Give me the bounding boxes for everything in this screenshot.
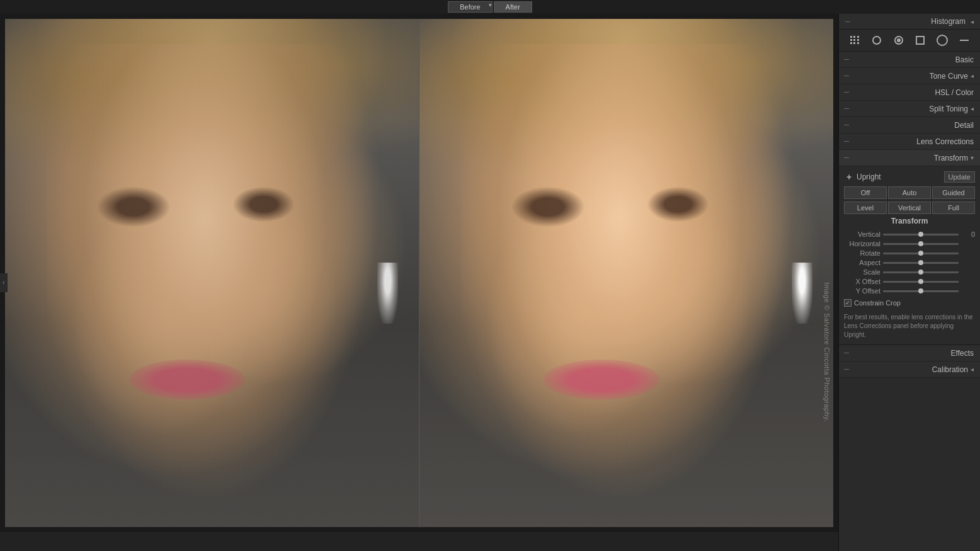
lips-after bbox=[544, 360, 659, 400]
vertical-button[interactable]: Vertical bbox=[888, 202, 931, 214]
constrain-crop-checkbox[interactable]: ✓ bbox=[844, 299, 852, 307]
rotate-slider-track[interactable] bbox=[883, 253, 959, 254]
basic-label: Basic bbox=[849, 55, 974, 64]
upright-plus-icon[interactable]: + bbox=[844, 172, 854, 182]
earring-before bbox=[377, 263, 398, 324]
horizontal-slider-row: Horizontal bbox=[844, 240, 975, 247]
y-offset-slider-thumb[interactable] bbox=[918, 288, 923, 293]
photo-area: ‹ bbox=[0, 14, 838, 551]
face-before bbox=[47, 44, 378, 501]
rotate-slider-label: Rotate bbox=[844, 249, 880, 257]
rotate-slider-thumb[interactable] bbox=[918, 251, 923, 256]
scale-slider-track[interactable] bbox=[883, 271, 959, 273]
lens-corrections-collapse bbox=[844, 141, 849, 142]
y-offset-slider-label: Y Offset bbox=[844, 287, 880, 295]
before-photo-bg bbox=[5, 19, 419, 527]
tone-curve-section[interactable]: Tone Curve ◂ bbox=[839, 68, 980, 84]
off-button[interactable]: Off bbox=[844, 186, 887, 199]
update-button[interactable]: Update bbox=[944, 171, 975, 183]
y-offset-slider-row: Y Offset bbox=[844, 287, 975, 295]
large-circle-tool-icon[interactable] bbox=[935, 33, 949, 47]
x-offset-slider-thumb[interactable] bbox=[918, 279, 923, 284]
scale-slider-thumb[interactable] bbox=[918, 270, 923, 275]
scale-slider-label: Scale bbox=[844, 268, 880, 276]
eye-left-before bbox=[96, 186, 171, 227]
auto-button[interactable]: Auto bbox=[888, 186, 931, 199]
lips-before bbox=[129, 360, 245, 400]
before-panel bbox=[5, 19, 419, 527]
horizontal-slider-thumb[interactable] bbox=[918, 241, 923, 246]
full-button[interactable]: Full bbox=[932, 202, 975, 214]
tool-icons-row bbox=[839, 30, 980, 52]
before-image bbox=[5, 19, 419, 527]
transform-section: Transform ▾ + Upright Update Off Auto Gu… bbox=[839, 150, 980, 345]
histogram-title: Histogram bbox=[850, 17, 971, 26]
after-tab[interactable]: After bbox=[494, 1, 532, 13]
minus-tool-icon[interactable] bbox=[957, 33, 971, 47]
tone-curve-arrow: ◂ bbox=[971, 72, 974, 79]
effects-section[interactable]: Effects bbox=[839, 345, 980, 361]
split-toning-section[interactable]: Split Toning ◂ bbox=[839, 101, 980, 117]
transform-collapse bbox=[844, 157, 849, 158]
calibration-arrow: ◂ bbox=[971, 366, 974, 373]
split-toning-collapse bbox=[844, 108, 849, 109]
guided-button[interactable]: Guided bbox=[932, 186, 975, 199]
hsl-collapse bbox=[844, 92, 849, 93]
aspect-slider-track[interactable] bbox=[883, 262, 959, 264]
transform-info-text: For best results, enable lens correction… bbox=[844, 313, 975, 339]
constrain-crop-row: ✓ Constrain Crop bbox=[844, 297, 975, 309]
upright-row: + Upright Update bbox=[844, 171, 975, 183]
split-toning-label: Split Toning bbox=[849, 105, 968, 113]
photo-bottom-bar bbox=[0, 532, 838, 551]
lens-corrections-section[interactable]: Lens Corrections bbox=[839, 133, 980, 150]
transform-header[interactable]: Transform ▾ bbox=[839, 150, 980, 166]
calibration-collapse bbox=[844, 369, 849, 370]
tone-curve-label: Tone Curve bbox=[849, 72, 968, 81]
histogram-arrow: ◂ bbox=[971, 18, 974, 25]
circle-tool-icon[interactable] bbox=[870, 33, 884, 47]
vertical-slider-row: Vertical 0 bbox=[844, 230, 975, 238]
transform-arrow: ▾ bbox=[971, 154, 974, 161]
hsl-label: HSL / Color bbox=[849, 88, 974, 97]
y-offset-slider-track[interactable] bbox=[883, 290, 959, 292]
photo-panels: Image © Salvatore Cincotta Photography. bbox=[0, 14, 838, 532]
transform-sliders-title: Transform bbox=[844, 217, 975, 225]
after-panel: Image © Salvatore Cincotta Photography. bbox=[419, 19, 833, 527]
vertical-slider-thumb[interactable] bbox=[918, 232, 923, 237]
lens-corrections-label: Lens Corrections bbox=[849, 137, 974, 146]
histogram-section: Histogram ◂ bbox=[839, 14, 980, 30]
grid-tool-icon[interactable] bbox=[848, 33, 862, 47]
left-panel-toggle[interactable]: ‹ bbox=[0, 273, 8, 292]
after-image bbox=[419, 19, 833, 527]
face-after bbox=[461, 44, 792, 501]
transform-content: + Upright Update Off Auto Guided Level V… bbox=[839, 166, 980, 344]
histogram-collapse bbox=[845, 21, 850, 22]
eye-right-before bbox=[232, 186, 295, 222]
basic-section[interactable]: Basic bbox=[839, 52, 980, 68]
main-area: ‹ bbox=[0, 14, 980, 551]
aspect-slider-thumb[interactable] bbox=[918, 260, 923, 265]
upright-btn-row-1: Off Auto Guided bbox=[844, 186, 975, 199]
histogram-header[interactable]: Histogram ◂ bbox=[839, 14, 980, 29]
earring-after bbox=[792, 263, 812, 324]
vertical-slider-value: 0 bbox=[961, 230, 975, 238]
x-offset-slider-track[interactable] bbox=[883, 281, 959, 283]
after-photo-bg bbox=[419, 19, 833, 527]
calibration-section[interactable]: Calibration ◂ bbox=[839, 361, 980, 378]
calibration-label: Calibration bbox=[849, 365, 968, 374]
effects-collapse bbox=[844, 353, 849, 353]
level-button[interactable]: Level bbox=[844, 202, 887, 214]
square-tool-icon[interactable] bbox=[913, 33, 927, 47]
detail-section[interactable]: Detail bbox=[839, 117, 980, 133]
hsl-section[interactable]: HSL / Color bbox=[839, 84, 980, 101]
vertical-slider-track[interactable] bbox=[883, 234, 959, 236]
detail-label: Detail bbox=[849, 121, 974, 130]
right-panel: Histogram ◂ bbox=[838, 14, 980, 551]
dropdown-icon[interactable]: ▾ bbox=[489, 2, 492, 8]
aspect-slider-label: Aspect bbox=[844, 259, 880, 266]
horizontal-slider-track[interactable] bbox=[883, 243, 959, 245]
vertical-slider-label: Vertical bbox=[844, 230, 880, 238]
before-tab[interactable]: Before bbox=[448, 1, 492, 13]
aspect-slider-row: Aspect bbox=[844, 259, 975, 266]
radio-tool-icon[interactable] bbox=[892, 33, 906, 47]
